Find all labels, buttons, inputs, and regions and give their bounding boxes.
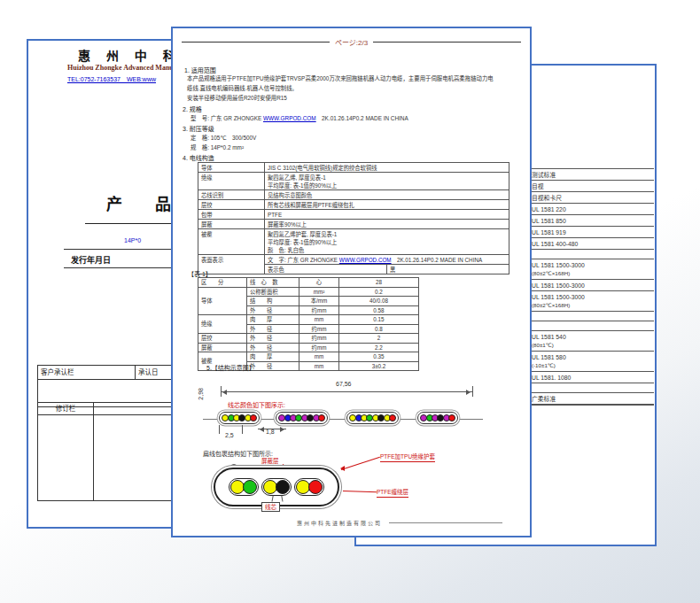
dimension-tick [219, 425, 220, 434]
table1: 区 分 线 心 数 心 28 导体 公称断面积mm²0.2 结 构本/mm40/… [198, 277, 419, 371]
t1-value: 3±0.2 [339, 361, 419, 371]
t1-unit: mm [299, 315, 339, 325]
section-3-title: 3. 耐压等级 [183, 124, 214, 133]
red-core-dot [448, 414, 455, 421]
row-value: 屏蔽率90%以上 [265, 220, 509, 229]
row-label: 层绞 [198, 200, 265, 210]
t1-item: 肉 厚 [247, 352, 299, 362]
t1-value: 0.58 [339, 305, 419, 315]
test-standard-row: UL 1581 919 [529, 227, 654, 237]
divider [182, 42, 330, 43]
red-core-dot [318, 414, 325, 421]
row-value: JIS C 3102(电气用软铜线)规定的绞合软铜线 [265, 163, 509, 173]
t1-unit: 约mm [299, 305, 339, 315]
test-standard-row: UL 1581 1500-3000(80±2℃×168H) [529, 259, 654, 279]
red-core-dot [250, 414, 257, 421]
company-website-link[interactable]: WWW.GRPOD.COM [339, 257, 392, 263]
test-standard-header: 测试标准 [529, 169, 654, 180]
t1-item: 肉 厚 [247, 315, 299, 325]
divider [389, 522, 502, 523]
t1-value: 0.2 [339, 287, 419, 297]
desktop-background: 惠 州 中 科 先 进 制 Huizhou Zhongke Advanced M… [0, 0, 700, 603]
t1-unit: 本/mm [299, 297, 339, 306]
divider [373, 42, 521, 43]
test-standard-row: UL 1581 1500-3000 [529, 280, 654, 290]
core-bundle-2 [276, 412, 328, 424]
test-standard-row: 目视 [529, 181, 654, 191]
page-header: ページ:2/3 [182, 37, 521, 47]
t1-item: 公称断面积 [247, 287, 299, 297]
t1-item: 外 径 [247, 334, 299, 344]
t1-group: 绝缘 [198, 315, 247, 334]
section-4-title: 4. 电线构造 [183, 153, 214, 162]
dimension-tick [242, 425, 243, 434]
t1-value: 2 [339, 334, 419, 344]
row-label: 被覆 [198, 229, 265, 255]
test-standard-row [529, 312, 654, 321]
t1-unit: mm [299, 361, 339, 371]
model-line: 型 号: 广东 GR ZHONGKE WWW.GRPOD.COM 2K.01.2… [191, 113, 408, 123]
pitch-dimension-b: 1,8 [266, 429, 275, 435]
flat-cable-cross-section [214, 468, 339, 506]
dimension-line [221, 391, 472, 392]
red-core-dot [389, 414, 396, 421]
test-standard-row: UL 1581 1500-3000(80±2℃×168H) [529, 291, 654, 311]
t1-unit: 约mm [299, 343, 339, 352]
t1-item: 结 构 [247, 297, 299, 306]
test-standard-row: UL 1581 850 [529, 215, 654, 226]
leader-line [343, 491, 377, 492]
core-pair-2 [261, 478, 292, 496]
test-standard-row: UL 1581. 1080 [529, 372, 654, 383]
t1-item: 外 径 [247, 305, 299, 315]
spec-line: 规 格: 14P*0.2 mm² [191, 143, 244, 152]
divider [93, 415, 94, 500]
company-name-en: Huizhou Zhongke Advanced Manu [67, 64, 174, 72]
leader-arrowhead [338, 466, 345, 471]
t1-value: 0.35 [339, 352, 419, 362]
row-value: 聚四氟乙烯, 厚度见表-1平均厚度: 表-1值的90%以上 [265, 173, 509, 190]
issue-date-label: 发行年月日 [71, 254, 111, 266]
leader-line [341, 457, 380, 470]
model-suffix: 2K.01.26.14P0.2 MADE IN CHINA [316, 115, 408, 121]
contact-link[interactable]: TEL:0752-7163537 WEB:www [67, 74, 156, 83]
t1-header-core-count: 28 [339, 278, 419, 288]
t1-header: 区 分 [198, 278, 247, 288]
row-value: PTFE [265, 210, 509, 220]
footer-company-name: 惠州中科先进制造有限公司 [297, 519, 382, 527]
model-prefix: 型 号: 广东 GR ZHONGKE [191, 115, 263, 121]
t1-header: 心 [299, 278, 339, 288]
surface-marking-line: 文 字: 广东 GR ZHONGKE WWW.GRPOD.COM 2K.01.2… [265, 255, 509, 265]
t1-header: 线 心 数 [247, 278, 299, 288]
t1-value: 40/0.08 [339, 297, 419, 306]
green-core-dot [243, 480, 257, 494]
t1-group: 屏蔽 [198, 343, 247, 352]
core-bundle-1 [219, 412, 260, 424]
height-dimension: 2,98 [198, 388, 204, 400]
row-value: 所有芯线和屏蔽层用PTFE缠绕包扎 [265, 200, 509, 210]
core-bundle-4 [417, 412, 458, 424]
t1-value: 2.2 [339, 343, 419, 352]
test-standard-row: 广柔标准 [529, 393, 654, 404]
core-color-note: 线芯颜色如下图序示: [228, 400, 285, 409]
page-number: ページ:2/3 [335, 37, 368, 47]
core-pair-3 [294, 478, 324, 496]
core-bundle-3 [346, 412, 399, 424]
t1-unit: 约mm [299, 334, 339, 344]
dimension-tick [221, 386, 222, 397]
row-value: 见结构示意图颜色 [265, 190, 509, 200]
t1-value: 0.8 [339, 324, 419, 334]
t1-item: 外 径 [247, 324, 299, 334]
test-standard-row: UL 1581 580(-10±1℃) [529, 352, 654, 371]
t1-unit: mm² [299, 287, 339, 297]
company-website-link[interactable]: WWW.GRPOD.COM [263, 115, 316, 121]
t1-group: 导体 [198, 287, 247, 315]
row-label: 芯线识别 [198, 190, 265, 200]
row-label: 包带 [198, 210, 265, 220]
test-standard-row [529, 321, 654, 330]
ptfe-wrap-label: PTFE缠绕层 [377, 487, 408, 498]
shield-layer-label: 屏蔽层 [261, 456, 279, 467]
revision-label: 修订栏 [38, 403, 94, 414]
diagram-title: 5.【结构示意图】 [206, 363, 255, 372]
row-label: 导体 [198, 163, 265, 173]
t1-item: 外 径 [247, 343, 299, 352]
